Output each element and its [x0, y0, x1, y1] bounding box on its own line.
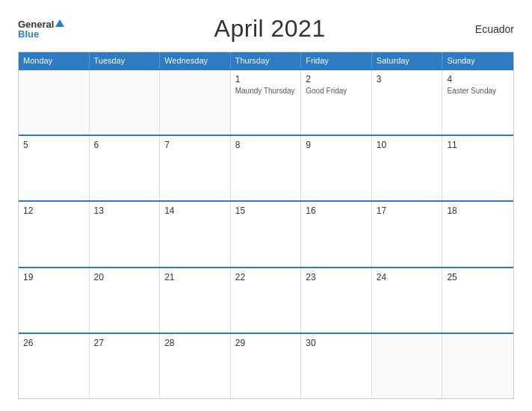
table-row: 8: [231, 136, 302, 200]
col-thursday: Thursday: [231, 52, 302, 69]
day-number: 28: [164, 338, 226, 348]
table-row: 11: [442, 136, 513, 200]
table-row: 25: [442, 268, 513, 333]
table-row: [19, 70, 90, 135]
table-row: [90, 70, 161, 135]
table-row: 27: [90, 334, 161, 398]
table-row: 28: [160, 334, 231, 398]
table-row: 26: [19, 334, 90, 398]
table-row: [372, 334, 443, 398]
calendar-body: 1Maundy Thursday2Good Friday34Easter Sun…: [19, 69, 513, 398]
logo: General Blue: [18, 19, 64, 39]
day-number: 5: [23, 140, 84, 150]
day-number: 9: [306, 140, 367, 150]
day-event: Easter Sunday: [447, 86, 509, 96]
table-row: 14: [160, 202, 231, 266]
col-sunday: Sunday: [442, 52, 513, 69]
table-row: 9: [301, 136, 372, 200]
day-number: 27: [94, 338, 155, 348]
day-number: 13: [94, 206, 155, 216]
table-row: 30: [301, 334, 372, 398]
day-number: 12: [23, 206, 84, 216]
table-row: 23: [301, 268, 372, 333]
day-number: 18: [447, 206, 509, 216]
table-row: 13: [90, 202, 161, 266]
day-number: 22: [235, 272, 297, 282]
table-row: 3: [372, 70, 443, 135]
calendar-title: April 2021: [214, 15, 326, 43]
table-row: 18: [442, 202, 513, 266]
table-row: 15: [231, 202, 302, 266]
table-row: 24: [372, 268, 443, 333]
day-number: 23: [306, 272, 367, 282]
logo-general-text: General: [18, 19, 54, 29]
day-number: 16: [306, 206, 367, 216]
day-event: Good Friday: [306, 86, 367, 96]
day-number: 30: [306, 338, 367, 348]
table-row: 20: [90, 268, 161, 333]
table-row: 21: [160, 268, 231, 333]
day-number: 19: [23, 272, 84, 282]
day-number: 11: [447, 140, 509, 150]
table-row: 19: [19, 268, 90, 333]
calendar-week-5: 2627282930: [19, 333, 513, 398]
calendar-week-3: 12131415161718: [19, 200, 513, 266]
day-number: 2: [306, 74, 367, 84]
table-row: [160, 70, 231, 135]
country-label: Ecuador: [475, 23, 514, 35]
calendar-week-1: 1Maundy Thursday2Good Friday34Easter Sun…: [19, 69, 513, 135]
table-row: 1Maundy Thursday: [231, 70, 302, 135]
table-row: 29: [231, 334, 302, 398]
col-monday: Monday: [19, 52, 90, 69]
table-row: 7: [160, 136, 231, 200]
day-event: Maundy Thursday: [235, 86, 297, 96]
logo-triangle-icon: [55, 19, 64, 27]
day-number: 24: [377, 272, 438, 282]
col-tuesday: Tuesday: [90, 52, 161, 69]
day-number: 8: [235, 140, 297, 150]
day-number: 15: [235, 206, 297, 216]
day-number: 20: [94, 272, 155, 282]
table-row: 12: [19, 202, 90, 266]
day-number: 29: [235, 338, 297, 348]
col-saturday: Saturday: [372, 52, 443, 69]
table-row: 4Easter Sunday: [442, 70, 513, 135]
table-row: 17: [372, 202, 443, 266]
table-row: 5: [19, 136, 90, 200]
calendar-week-4: 19202122232425: [19, 267, 513, 333]
table-row: 2Good Friday: [301, 70, 372, 135]
day-number: 1: [235, 74, 297, 84]
col-friday: Friday: [301, 52, 372, 69]
day-number: 3: [377, 74, 438, 84]
day-number: 25: [447, 272, 509, 282]
day-number: 14: [164, 206, 226, 216]
calendar-header: Monday Tuesday Wednesday Thursday Friday…: [19, 52, 513, 69]
calendar-week-2: 567891011: [19, 135, 513, 200]
table-row: 22: [231, 268, 302, 333]
table-row: [442, 334, 513, 398]
day-number: 6: [94, 140, 155, 150]
day-number: 26: [23, 338, 84, 348]
col-wednesday: Wednesday: [160, 52, 231, 69]
day-number: 4: [447, 74, 509, 84]
day-number: 10: [377, 140, 438, 150]
calendar: Monday Tuesday Wednesday Thursday Friday…: [18, 52, 514, 399]
day-number: 21: [164, 272, 226, 282]
day-number: 17: [377, 206, 438, 216]
table-row: 10: [372, 136, 443, 200]
table-row: 16: [301, 202, 372, 266]
day-number: 7: [164, 140, 226, 150]
page: General Blue April 2021 Ecuador Monday T…: [0, 0, 532, 411]
logo-blue-text: Blue: [18, 29, 39, 39]
table-row: 6: [90, 136, 161, 200]
header: General Blue April 2021 Ecuador: [18, 15, 514, 43]
